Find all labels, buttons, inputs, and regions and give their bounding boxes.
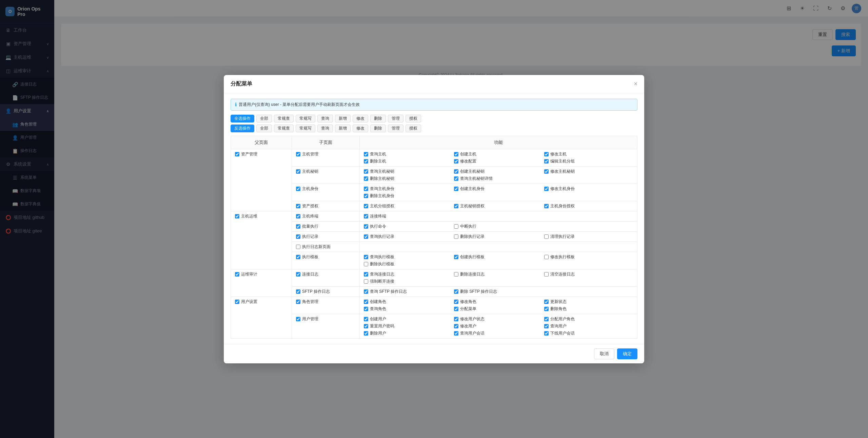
- child-checkbox-host-key[interactable]: [296, 169, 300, 174]
- func-cell: 创建用户 修改用户状态 分配用户角色 重置用户密码 修改用户 查询用户 删除用户…: [360, 314, 637, 338]
- all-select-btn[interactable]: 全选操作: [231, 115, 254, 122]
- normal-read-btn2[interactable]: 常规查: [274, 125, 294, 132]
- confirm-button[interactable]: 确定: [617, 348, 637, 359]
- parent-check-item: 用户设置: [235, 299, 288, 305]
- table-row: 批量执行 执行命令 中断执行: [231, 221, 637, 231]
- table-row: 主机身份 查询主机身份 创建主机身份 修改主机身份 删除主机身份: [231, 184, 637, 201]
- assign-menu-dialog: 分配菜单 × ℹ 普通用户(仅查询) user - 菜单分配后需要用户手动刷新页…: [224, 75, 644, 363]
- child-cell: 主机管理: [292, 149, 360, 166]
- normal-read-btn1[interactable]: 常规查: [274, 115, 294, 122]
- dialog-title: 分配菜单: [231, 80, 252, 88]
- child-label-exec-tpl: 执行模板: [302, 254, 318, 260]
- table-row: 执行记录 查询执行记录 删除执行记录 清理执行记录: [231, 231, 637, 242]
- child-check-item: 用户管理: [296, 316, 355, 322]
- normal-write-btn1[interactable]: 常规写: [296, 115, 315, 122]
- query-btn2[interactable]: 查询: [317, 125, 333, 132]
- child-checkbox-role-mgmt[interactable]: [296, 300, 300, 304]
- parent-checkbox-asset[interactable]: [235, 152, 239, 156]
- add-btn1[interactable]: 新增: [335, 115, 351, 122]
- child-checkbox-batch-exec[interactable]: [296, 224, 300, 229]
- child-check-item: 资产授权: [296, 203, 355, 209]
- table-row: 用户管理 创建用户 修改用户状态 分配用户角色 重置用户密码 修改用户 查询用户: [231, 314, 637, 338]
- child-label-exec-log-page: 执行日志新页面: [302, 244, 331, 250]
- child-cell: 主机身份: [292, 184, 360, 201]
- child-checkbox-exec-tpl[interactable]: [296, 255, 300, 259]
- child-label-host-key: 主机秘钥: [302, 169, 318, 174]
- query-btn1[interactable]: 查询: [317, 115, 333, 122]
- table-row: 执行模板 查询执行模板 创建执行模板 修改执行模板 删除执行模板: [231, 252, 637, 269]
- table-row: 资产授权 主机分组授权 主机秘钥授权 主机身份授权: [231, 201, 637, 211]
- info-bar: ℹ 普通用户(仅查询) user - 菜单分配后需要用户手动刷新页面才会生效: [231, 99, 637, 111]
- child-cell: 执行日志新页面: [292, 242, 360, 252]
- child-check-item: 主机终端: [296, 213, 355, 219]
- parent-check-item: 运维审计: [235, 271, 288, 277]
- func-check-delete-host: 删除主机: [364, 158, 453, 164]
- child-checkbox-user-mgmt[interactable]: [296, 317, 300, 321]
- func-cell: 查询执行记录 删除执行记录 清理执行记录: [360, 231, 637, 242]
- child-checkbox-exec-log-page[interactable]: [296, 245, 300, 249]
- child-cell: 角色管理: [292, 297, 360, 314]
- child-cell: SFTP 操作日志: [292, 286, 360, 297]
- child-checkbox-exec-record[interactable]: [296, 234, 300, 239]
- child-check-item: 角色管理: [296, 299, 355, 305]
- child-cell: 主机秘钥: [292, 166, 360, 184]
- table-row: 运维审计 连接日志 查询连接日志 删除连接日志: [231, 269, 637, 286]
- parent-cell: 资产管理: [231, 149, 292, 211]
- table-row: SFTP 操作日志 查询 SFTP 操作日志 删除 SFTP 操作日志: [231, 286, 637, 297]
- child-checkbox-host-id[interactable]: [296, 187, 300, 191]
- table-row: 执行日志新页面: [231, 242, 637, 252]
- func-cell: 查询主机 创建主机 修改主机 删除主机 修改配置 编辑主机分组: [360, 149, 637, 166]
- parent-label-ops-audit: 运维审计: [241, 271, 257, 277]
- th-func: 功能: [360, 136, 637, 149]
- func-check-query-host: 查询主机: [364, 151, 453, 157]
- child-checkbox-sftp-log[interactable]: [296, 289, 300, 294]
- func-check-edit-group: 编辑主机分组: [544, 158, 633, 164]
- add-btn2[interactable]: 新增: [335, 125, 351, 132]
- child-checkbox-terminal[interactable]: [296, 214, 300, 218]
- edit-btn1[interactable]: 修改: [353, 115, 368, 122]
- table-row: 主机运维 主机终端 连接终端: [231, 211, 637, 221]
- child-check-item: 主机身份: [296, 186, 355, 192]
- parent-label-asset: 资产管理: [241, 151, 257, 157]
- parent-cell: 用户设置: [231, 297, 292, 338]
- manage-btn1[interactable]: 管理: [388, 115, 403, 122]
- child-label-host-mgmt: 主机管理: [302, 151, 318, 157]
- func-check-modify-config: 修改配置: [454, 158, 543, 164]
- parent-checkbox-host-ops[interactable]: [235, 214, 239, 218]
- parent-checkbox-user-settings[interactable]: [235, 300, 239, 304]
- parent-check-item: 资产管理: [235, 151, 288, 157]
- close-button[interactable]: ×: [634, 81, 637, 87]
- dialog-body: ℹ 普通用户(仅查询) user - 菜单分配后需要用户手动刷新页面才会生效 全…: [224, 93, 644, 344]
- auth-btn1[interactable]: 授权: [406, 115, 421, 122]
- child-cell: 批量执行: [292, 221, 360, 231]
- child-label-sftp-log: SFTP 操作日志: [302, 289, 330, 294]
- inverse-btn[interactable]: 反选操作: [231, 125, 254, 132]
- th-child: 子页面: [292, 136, 360, 149]
- child-checkbox-host-mgmt[interactable]: [296, 152, 300, 156]
- parent-checkbox-ops-audit[interactable]: [235, 272, 239, 277]
- child-check-item: 执行日志新页面: [296, 244, 355, 250]
- auth-btn2[interactable]: 授权: [406, 125, 421, 132]
- child-label-role-mgmt: 角色管理: [302, 299, 318, 305]
- cancel-button[interactable]: 取消: [594, 348, 614, 359]
- parent-label-user-settings: 用户设置: [241, 299, 257, 305]
- child-checkbox-asset-auth[interactable]: [296, 204, 300, 208]
- manage-btn2[interactable]: 管理: [388, 125, 403, 132]
- child-check-item: 主机秘钥: [296, 169, 355, 174]
- child-cell: 连接日志: [292, 269, 360, 286]
- parent-cell: 主机运维: [231, 211, 292, 269]
- child-check-item: 主机管理: [296, 151, 355, 157]
- func-check-create-host: 创建主机: [454, 151, 543, 157]
- child-check-item: 执行记录: [296, 234, 355, 240]
- edit-btn2[interactable]: 修改: [353, 125, 368, 132]
- all-btn1[interactable]: 全部: [256, 115, 272, 122]
- all-btn2[interactable]: 全部: [256, 125, 272, 132]
- child-checkbox-conn-log[interactable]: [296, 272, 300, 277]
- delete-btn2[interactable]: 删除: [370, 125, 386, 132]
- func-cell: 查询主机身份 创建主机身份 修改主机身份 删除主机身份: [360, 184, 637, 201]
- child-cell: 执行模板: [292, 252, 360, 269]
- delete-btn1[interactable]: 删除: [370, 115, 386, 122]
- normal-write-btn2[interactable]: 常规写: [296, 125, 315, 132]
- func-cell: [360, 242, 637, 252]
- func-cell: 创建角色 修改角色 更新状态 查询角色 分配菜单 删除角色: [360, 297, 637, 314]
